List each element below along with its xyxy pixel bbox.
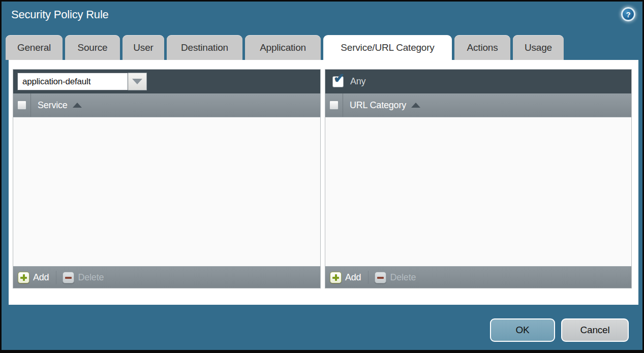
help-icon[interactable]: ? (621, 7, 635, 21)
delete-button-label: Delete (390, 272, 416, 283)
plus-icon (330, 272, 342, 283)
tab-destination[interactable]: Destination (167, 35, 242, 60)
tab-source[interactable]: Source (65, 35, 120, 60)
url-category-panel: ✔ Any URL Category (325, 69, 632, 288)
toolbar-divider (56, 271, 56, 284)
url-category-select-all-checkbox[interactable] (329, 101, 339, 110)
tab-application[interactable]: Application (245, 35, 321, 60)
service-list-body[interactable] (13, 117, 320, 266)
url-category-delete-button[interactable]: Delete (375, 272, 416, 283)
url-category-select-all-cell (325, 93, 343, 117)
toolbar-divider (368, 271, 369, 284)
minus-icon (63, 272, 74, 283)
url-category-add-button[interactable]: Add (330, 272, 361, 283)
sort-ascending-icon[interactable] (73, 103, 82, 108)
url-category-column-label[interactable]: URL Category (350, 100, 406, 111)
service-delete-button[interactable]: Delete (63, 272, 104, 283)
help-icon-glyph: ? (626, 10, 631, 19)
add-button-label: Add (345, 272, 361, 283)
tab-general[interactable]: General (6, 35, 63, 60)
service-select-all-checkbox[interactable] (17, 101, 26, 110)
minus-icon (375, 272, 386, 283)
ok-button[interactable]: OK (490, 318, 555, 342)
any-checkbox[interactable]: ✔ (332, 76, 344, 87)
cancel-button[interactable]: Cancel (561, 318, 629, 342)
service-panel-toolbar: Add Delete (13, 266, 320, 288)
tab-content: application-default Service (9, 60, 638, 305)
service-column-label-wrap: Service (31, 93, 82, 117)
tab-bar: General Source User Destination Applicat… (6, 35, 564, 60)
url-category-panel-toolbar: Add Delete (325, 266, 631, 288)
service-column-label[interactable]: Service (38, 100, 68, 111)
service-panel: application-default Service (13, 69, 321, 288)
chevron-down-icon (132, 79, 142, 84)
sort-ascending-icon[interactable] (411, 103, 420, 108)
any-row: ✔ Any (329, 76, 365, 87)
plus-icon (18, 272, 29, 283)
service-add-button[interactable]: Add (18, 272, 49, 283)
service-select-all-cell (13, 93, 31, 117)
service-type-dropdown[interactable]: application-default (17, 73, 147, 90)
tab-usage[interactable]: Usage (513, 35, 564, 60)
url-category-column-header: URL Category (325, 93, 631, 117)
add-button-label: Add (33, 272, 49, 283)
security-policy-rule-dialog: Security Policy Rule ? General Source Us… (0, 0, 644, 353)
delete-button-label: Delete (78, 272, 104, 283)
service-panel-header: application-default (13, 70, 320, 93)
service-column-header: Service (13, 93, 320, 117)
dialog-title: Security Policy Rule (11, 8, 109, 21)
tab-user[interactable]: User (122, 35, 164, 60)
url-category-list-body[interactable] (325, 117, 631, 266)
url-category-column-label-wrap: URL Category (343, 93, 420, 117)
tab-actions[interactable]: Actions (454, 35, 510, 60)
checkmark-icon: ✔ (333, 72, 345, 85)
url-category-panel-header: ✔ Any (325, 70, 631, 93)
any-label: Any (350, 76, 365, 87)
dropdown-button[interactable] (128, 73, 147, 90)
tab-service-url-category[interactable]: Service/URL Category (323, 35, 452, 60)
service-type-value[interactable]: application-default (17, 73, 128, 90)
